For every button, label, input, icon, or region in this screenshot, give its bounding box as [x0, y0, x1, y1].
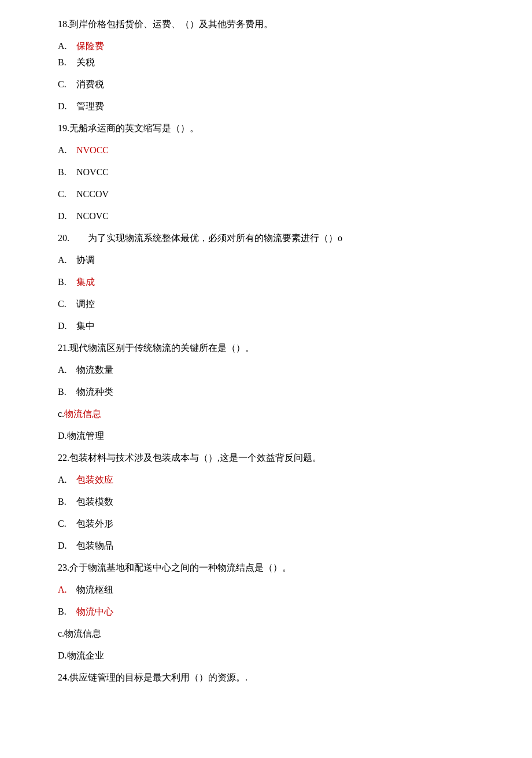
question-20: 20. 为了实现物流系统整体最优，必须对所有的物流要素进行（）o	[58, 231, 474, 245]
question-text: 供应链管理的目标是最大利用（）的资源。.	[69, 672, 247, 682]
option-label: B.	[58, 495, 74, 509]
option-text: 消费税	[76, 79, 104, 89]
option-a: A. 物流枢纽	[58, 583, 474, 597]
option-text: 集成	[76, 277, 95, 287]
option-b: B. 物流中心	[58, 605, 474, 619]
option-label: A.	[58, 583, 74, 597]
question-text: 为了实现物流系统整体最优，必须对所有的物流要素进行（）o	[69, 233, 342, 243]
option-label: D.	[58, 99, 74, 113]
option-a: A. 包装效应	[58, 473, 474, 487]
option-b: B. 包装模数	[58, 495, 474, 509]
option-label: D.	[58, 539, 74, 553]
option-text: NCCOV	[76, 189, 109, 199]
question-22: 22.包装材料与技术涉及包装成本与（）,这是一个效益背反问题。	[58, 451, 474, 465]
option-label: A.	[58, 253, 74, 267]
question-text: 无船承运商的英文缩写是（）。	[69, 123, 199, 133]
option-label: C.	[58, 187, 74, 201]
option-text: NCOVC	[76, 211, 109, 221]
option-label: B.	[58, 275, 74, 289]
question-number: 19.	[58, 123, 69, 133]
option-a: A. NVOCC	[58, 143, 474, 157]
option-text: NVOCC	[76, 145, 109, 155]
option-c: C. 调控	[58, 297, 474, 311]
option-a: A. 保险费	[58, 39, 474, 53]
option-b: B. 集成	[58, 275, 474, 289]
question-number: 21.	[58, 343, 69, 353]
option-text: 物流企业	[67, 650, 104, 660]
option-text: 管理费	[76, 101, 104, 111]
option-d: D.物流管理	[58, 429, 474, 443]
option-text: 物流枢纽	[76, 585, 113, 594]
question-text: 现代物流区别于传统物流的关键所在是（）。	[69, 343, 254, 353]
option-c: C. 消费税	[58, 77, 474, 91]
question-23: 23.介于物流基地和配送中心之间的一种物流结点是（）。	[58, 561, 474, 575]
option-label: A.	[58, 473, 74, 487]
option-c: c.物流信息	[58, 627, 474, 641]
question-21: 21.现代物流区别于传统物流的关键所在是（）。	[58, 341, 474, 355]
option-c: C. NCCOV	[58, 187, 474, 201]
option-label: D.	[58, 650, 67, 660]
option-d: D. 包装物品	[58, 539, 474, 553]
option-a: A. 物流数量	[58, 363, 474, 377]
option-d: D. 集中	[58, 319, 474, 333]
option-label: A.	[58, 363, 74, 377]
option-label: B.	[58, 605, 74, 619]
option-text: 物流中心	[76, 607, 113, 616]
option-text: 物流种类	[76, 387, 113, 397]
option-label: A.	[58, 39, 74, 53]
question-text: 到岸价格包括货价、运费、（）及其他劳务费用。	[69, 19, 273, 29]
question-text: 包装材料与技术涉及包装成本与（）,这是一个效益背反问题。	[69, 453, 322, 463]
question-number: 22.	[58, 453, 69, 463]
option-text: 调控	[76, 299, 95, 309]
question-number: 20.	[58, 233, 69, 243]
option-label: B.	[58, 56, 74, 69]
option-b: B. 物流种类	[58, 385, 474, 399]
option-text: 包装物品	[76, 541, 113, 550]
option-text: 协调	[76, 255, 95, 265]
option-text: 包装模数	[76, 497, 113, 506]
option-text: 包装效应	[76, 475, 113, 485]
question-number: 23.	[58, 563, 69, 572]
option-label: C.	[58, 517, 74, 531]
option-text: 物流信息	[64, 628, 101, 638]
option-text: NOVCC	[76, 167, 109, 177]
option-label: D.	[58, 319, 74, 333]
question-text: 介于物流基地和配送中心之间的一种物流结点是（）。	[69, 563, 291, 572]
option-text: 物流数量	[76, 365, 113, 375]
option-text: 集中	[76, 321, 95, 331]
option-b: B. NOVCC	[58, 165, 474, 179]
option-a: A. 协调	[58, 253, 474, 267]
question-number: 18.	[58, 19, 69, 29]
option-text: 包装外形	[76, 519, 113, 528]
option-c: c.物流信息	[58, 407, 474, 421]
option-label: C.	[58, 77, 74, 91]
option-d: D.物流企业	[58, 649, 474, 663]
option-text: 物流管理	[67, 431, 104, 441]
option-text: 保险费	[76, 41, 104, 51]
option-label: c.	[58, 409, 64, 419]
option-label: A.	[58, 143, 74, 157]
option-label: c.	[58, 628, 64, 638]
option-label: D.	[58, 431, 67, 441]
option-text: 关税	[76, 57, 95, 67]
question-number: 24.	[58, 672, 69, 682]
option-c: C. 包装外形	[58, 517, 474, 531]
question-24: 24.供应链管理的目标是最大利用（）的资源。.	[58, 671, 474, 685]
option-text: 物流信息	[64, 409, 101, 419]
option-label: D.	[58, 209, 74, 223]
option-label: B.	[58, 385, 74, 399]
question-19: 19.无船承运商的英文缩写是（）。	[58, 121, 474, 135]
option-label: B.	[58, 165, 74, 179]
option-label: C.	[58, 297, 74, 311]
option-d: D. NCOVC	[58, 209, 474, 223]
option-b: B. 关税	[58, 56, 474, 69]
question-18: 18.到岸价格包括货价、运费、（）及其他劳务费用。	[58, 17, 474, 31]
option-d: D. 管理费	[58, 99, 474, 113]
